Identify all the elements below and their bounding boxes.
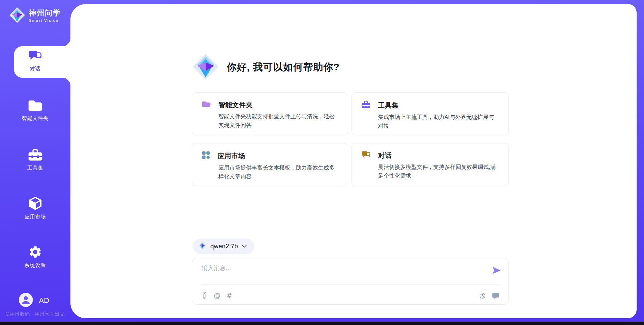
- toolbox-icon: [28, 157, 43, 162]
- sidebar-item-label: 系统设置: [0, 262, 70, 269]
- sidebar-item-chat[interactable]: 对话: [0, 50, 70, 72]
- sidebar-item-label: 工具集: [0, 165, 70, 171]
- grid-icon: [202, 151, 210, 161]
- card-description: 集成市场上主流工具，助力AI与外界无缝扩展与对接: [378, 113, 499, 130]
- tab-corner-top: [62, 38, 70, 46]
- user-name: AD: [39, 296, 49, 305]
- brand-text: 神州问学 Smart Vision: [29, 9, 61, 22]
- brand-subtitle: Smart Vision: [29, 18, 61, 22]
- card-title: 对话: [378, 151, 392, 160]
- mention-icon[interactable]: @: [214, 292, 220, 299]
- copyright-footer: ©神州数码 · 神州问学出品: [0, 311, 70, 317]
- sidebar-item-label: 智能文件夹: [0, 115, 70, 122]
- card-title: 应用市场: [218, 151, 245, 160]
- sidebar-item-label: 对话: [0, 66, 70, 72]
- brand-gem-icon: [9, 7, 25, 25]
- message-composer: @ #: [192, 258, 508, 305]
- attachment-icon[interactable]: [202, 291, 208, 300]
- card-toolbox[interactable]: 工具集 集成市场上主流工具，助力AI与外界无缝扩展与对接: [352, 92, 508, 135]
- history-icon[interactable]: [479, 292, 486, 300]
- composer-actions: [479, 292, 499, 300]
- greeting-title: 你好, 我可以如何帮助你?: [227, 61, 340, 74]
- card-title: 工具集: [378, 101, 399, 110]
- assistant-gem-icon: [192, 53, 219, 82]
- chat-bubble-icon[interactable]: [492, 292, 499, 300]
- hashtag-icon[interactable]: #: [226, 292, 232, 299]
- toolbox-icon: [361, 100, 371, 110]
- card-description: 灵活切换多模型文件，支持多样回复效果调试,满足个性化需求: [378, 163, 499, 180]
- folder-icon: [28, 107, 43, 113]
- card-description: 应用市场提供丰富长文本模板，助力高效生成多样化文章内容: [218, 164, 337, 181]
- sidebar: 神州问学 Smart Vision 对话: [0, 0, 70, 325]
- model-selector[interactable]: qwen2:7b: [193, 239, 254, 254]
- composer-divider: [202, 284, 499, 285]
- brand-logo: 神州问学 Smart Vision: [9, 7, 61, 25]
- composer-tools: @ #: [202, 291, 232, 300]
- model-gem-icon: [198, 242, 206, 251]
- sidebar-item-app-market[interactable]: 应用市场: [0, 196, 70, 220]
- card-app-market[interactable]: 应用市场 应用市场提供丰富长文本模板，助力高效生成多样化文章内容: [192, 143, 347, 186]
- sidebar-item-toolbox[interactable]: 工具集: [0, 148, 70, 171]
- folder-open-icon: [202, 100, 211, 110]
- avatar: [19, 293, 33, 308]
- brand-name: 神州问学: [29, 9, 61, 17]
- send-icon[interactable]: [491, 265, 501, 275]
- cube-icon: [28, 206, 43, 211]
- sidebar-item-smart-folder[interactable]: 智能文件夹: [0, 99, 70, 122]
- main-panel: 你好, 我可以如何帮助你? 智能文件夹 智能文件夹功能支持批量文件上传与清洗，轻…: [70, 4, 637, 318]
- chevron-down-icon: [242, 243, 247, 249]
- chat-icon: [28, 58, 42, 63]
- card-smart-folder[interactable]: 智能文件夹 智能文件夹功能支持批量文件上传与清洗，轻松实现文件问答: [192, 92, 347, 135]
- card-description: 智能文件夹功能支持批量文件上传与清洗，轻松实现文件问答: [218, 112, 337, 129]
- sidebar-item-settings[interactable]: 系统设置: [0, 245, 70, 269]
- feature-cards: 智能文件夹 智能文件夹功能支持批量文件上传与清洗，轻松实现文件问答: [192, 92, 509, 186]
- app-screen: 神州问学 Smart Vision 对话: [0, 0, 644, 325]
- tab-corner-bottom: [62, 78, 70, 86]
- user-account[interactable]: AD: [19, 293, 49, 308]
- card-chat[interactable]: 对话 灵活切换多模型文件，支持多样回复效果调试,满足个性化需求: [352, 143, 508, 186]
- gear-icon: [28, 254, 42, 260]
- chat-icon: [361, 151, 371, 160]
- model-name: qwen2:7b: [210, 243, 238, 250]
- sidebar-item-label: 应用市场: [0, 214, 70, 220]
- message-input[interactable]: [202, 264, 483, 281]
- bottom-edge-bar: [0, 322, 644, 325]
- card-title: 智能文件夹: [218, 101, 253, 110]
- greeting-block: 你好, 我可以如何帮助你?: [192, 53, 340, 82]
